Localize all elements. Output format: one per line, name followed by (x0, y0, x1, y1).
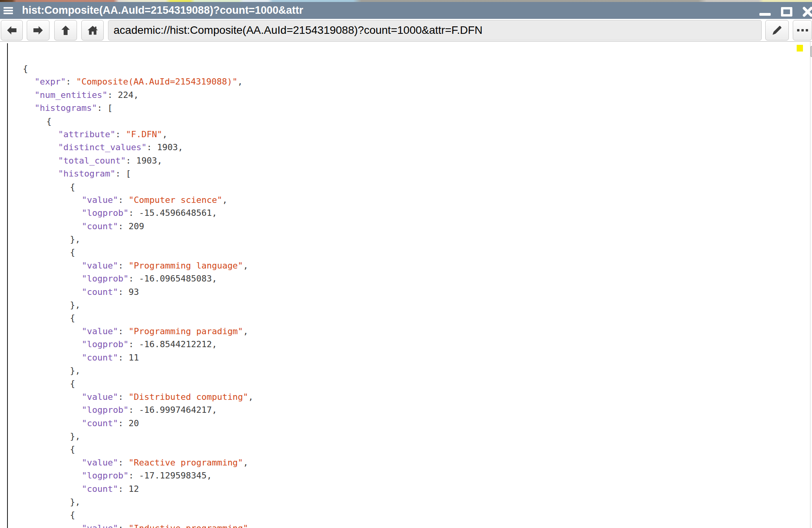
code-line: }, (23, 233, 253, 246)
code-line: "value": "Programming paradigm", (23, 325, 253, 338)
code-line: { (23, 377, 253, 390)
forward-button[interactable] (27, 20, 49, 40)
pencil-icon (771, 24, 783, 36)
code-line: { (23, 115, 253, 128)
code-line: "count": 20 (23, 417, 253, 430)
code-line: "logprob": -16.0965485083, (23, 272, 253, 285)
code-line: "count": 209 (23, 220, 253, 233)
screen: { "window": { "title": "hist:Composite(A… (0, 0, 812, 528)
toolbar (0, 19, 812, 42)
code-line: "logprob": -16.9997464217, (23, 403, 253, 416)
home-icon (86, 24, 99, 36)
content-area: {"expr": "Composite(AA.AuId=2154319088)"… (0, 42, 812, 528)
hamburger-bar (4, 13, 13, 14)
minimize-button[interactable] (759, 13, 771, 16)
code-line: "total_count": 1903, (23, 154, 253, 167)
code-line: "count": 12 (23, 482, 253, 495)
code-line: "value": "Programming language", (23, 259, 253, 272)
frame-border-line (7, 43, 8, 528)
code-line: }, (23, 364, 253, 377)
highlight-marker (797, 45, 803, 52)
code-line: "logprob": -17.129598345, (23, 469, 253, 482)
code-line: "logprob": -16.8544212212, (23, 338, 253, 351)
ellipsis-icon (797, 29, 808, 31)
close-icon (803, 7, 812, 17)
code-line: "count": 93 (23, 285, 253, 298)
home-button[interactable] (81, 20, 104, 40)
code-line: }, (23, 298, 253, 311)
code-line: { (23, 62, 253, 75)
code-line: { (23, 180, 253, 193)
scrollbar-thumb[interactable] (810, 46, 812, 57)
hamburger-bar (4, 7, 13, 9)
code-line: { (23, 508, 253, 521)
hamburger-bar (4, 10, 13, 11)
back-arrow-icon (5, 24, 18, 36)
up-button[interactable] (54, 20, 77, 40)
hamburger-menu-icon[interactable] (4, 7, 13, 14)
edit-button[interactable] (765, 20, 789, 40)
close-button[interactable] (803, 7, 812, 17)
more-button[interactable] (793, 20, 812, 40)
code-line: "histograms": [ (23, 101, 253, 114)
titlebar: hist:Composite(AA.AuId=2154319088)?count… (0, 2, 812, 19)
back-button[interactable] (1, 20, 23, 40)
up-arrow-icon (60, 24, 71, 37)
vertical-scrollbar[interactable] (810, 42, 812, 528)
code-line: "value": "Distributed computing", (23, 390, 253, 403)
address-input[interactable] (108, 20, 762, 40)
code-line: { (23, 311, 253, 324)
maximize-button[interactable] (781, 7, 792, 17)
code-line: { (23, 443, 253, 456)
code-line: "logprob": -15.4596648561, (23, 206, 253, 219)
code-line: "attribute": "F.DFN", (23, 128, 253, 141)
code-line: }, (23, 430, 253, 443)
forward-arrow-icon (31, 24, 45, 36)
window-title: hist:Composite(AA.AuId=2154319088)?count… (22, 2, 303, 19)
code-line: }, (23, 495, 253, 508)
json-code: {"expr": "Composite(AA.AuId=2154319088)"… (23, 62, 253, 528)
code-line: "histogram": [ (23, 167, 253, 180)
code-line: "value": "Reactive programming", (23, 456, 253, 469)
code-line: { (23, 246, 253, 259)
code-line: "value": "Computer science", (23, 193, 253, 206)
code-line: "distinct_values": 1903, (23, 141, 253, 154)
code-line: "value": "Inductive programming", (23, 522, 253, 528)
code-line: "num_entities": 224, (23, 88, 253, 101)
code-line: "expr": "Composite(AA.AuId=2154319088)", (23, 75, 253, 88)
code-line: "count": 11 (23, 351, 253, 364)
